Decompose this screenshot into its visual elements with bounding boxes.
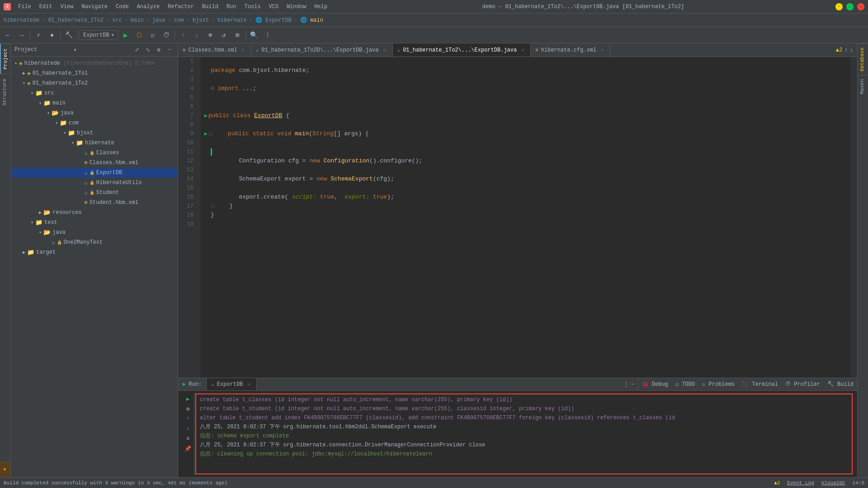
back-button[interactable]: ←	[2, 29, 14, 42]
hide-panel-icon[interactable]: −	[165, 45, 174, 54]
tree-item-target[interactable]: ▶ 📁 target	[11, 247, 178, 257]
visual-gc-link[interactable]: VisualGC	[821, 480, 845, 486]
tree-item-test[interactable]: ▾ 📁 test	[11, 218, 178, 227]
problems-tab[interactable]: ⚠ Problems	[702, 381, 735, 388]
run-gutter-icon[interactable]: ▶	[204, 129, 208, 138]
search-button[interactable]: 🔍	[248, 29, 260, 42]
settings-button[interactable]: ⚙	[184, 404, 193, 413]
left-tab-favorites[interactable]: ★	[0, 462, 10, 477]
more-button[interactable]: ⋮	[261, 29, 274, 42]
tab-close-button[interactable]: ✕	[519, 47, 526, 53]
navigate-button[interactable]: ⚡	[32, 29, 45, 42]
bottom-tab-exportdb[interactable]: ☕ ExportDB ✕	[207, 378, 257, 390]
breadcrumb-item[interactable]: hibernatede	[4, 17, 39, 24]
menu-item-tools[interactable]: Tools	[241, 3, 264, 11]
build-tab[interactable]: 🔨 Build	[827, 381, 854, 388]
tab-close-button[interactable]: ✕	[245, 381, 252, 388]
left-tab-structure[interactable]: Structure	[0, 74, 10, 110]
output-content[interactable]: create table t_classes (id integer not n…	[195, 393, 853, 474]
tree-item-studenthbm[interactable]: ▶ ≡ Student.hbm.xml	[11, 198, 178, 208]
tree-item-bjsxt[interactable]: ▾ 📁 bjsxt	[11, 128, 178, 138]
terminal-tab[interactable]: ⬛ Terminal	[742, 381, 778, 388]
hide-button[interactable]: −	[631, 381, 634, 388]
breadcrumb-item[interactable]: java	[152, 17, 165, 24]
tab-classeshbm[interactable]: ≡ Classes.hbm.xml ✕	[178, 43, 251, 57]
tree-item-one2manytest[interactable]: ▶ ☕ 🔒 One2ManyTest	[11, 237, 178, 247]
tree-item-classes[interactable]: ▶ ☕ 🔒 Classes	[11, 148, 178, 158]
breadcrumb-item[interactable]: src	[112, 17, 122, 24]
scroll-down-button[interactable]: ↓	[184, 424, 193, 433]
profiler-tab[interactable]: ⏱ Profiler	[785, 381, 820, 388]
maximize-button[interactable]: □	[846, 3, 854, 10]
menu-item-code[interactable]: Code	[112, 3, 132, 11]
debug-tab[interactable]: 🐞 Debug	[642, 381, 668, 388]
breadcrumb-item[interactable]: main	[131, 17, 144, 24]
tree-item-root[interactable]: ▾ ◈ hibernatede [hibernatedeOnetoOne] E:…	[11, 58, 178, 68]
close-button[interactable]: ✕	[857, 3, 864, 10]
menu-item-help[interactable]: Help	[311, 3, 331, 11]
wrap-button[interactable]: ≡	[184, 434, 193, 443]
history-button[interactable]: ⊕	[204, 29, 217, 42]
right-tab-maven[interactable]: Maven	[858, 75, 868, 98]
tab-hibernatecfg[interactable]: ≡ hibernate.cfg.xml ✕	[531, 43, 610, 57]
code-lines[interactable]: package com.bjsxt.hibernate; ⊟ import ..…	[201, 57, 851, 378]
debug-button[interactable]: ⬡	[133, 29, 146, 42]
tree-item-hibernate[interactable]: ▾ 📁 hibernate	[11, 138, 178, 148]
patch-button[interactable]: ⊞	[231, 29, 244, 42]
tree-item-classeshbm[interactable]: ▶ ≡ Classes.hbm.xml	[11, 158, 178, 168]
update-button[interactable]: ↓	[190, 29, 203, 42]
expand-all-icon[interactable]: ⤢	[132, 45, 142, 54]
run-button[interactable]: ▶	[119, 29, 132, 42]
tree-item-com[interactable]: ▾ 📁 com	[11, 118, 178, 128]
tree-item-module2[interactable]: ▾ ◈ 01_habernate_1To2	[11, 78, 178, 88]
run-gutter-icon[interactable]: ▶	[204, 111, 208, 120]
menu-item-run[interactable]: Run	[223, 3, 240, 11]
scroll-up-button[interactable]: ↑	[184, 414, 193, 423]
tab-close-button[interactable]: ✕	[382, 47, 388, 53]
event-log-link[interactable]: Event Log	[787, 480, 814, 486]
right-tab-database[interactable]: Database	[858, 43, 868, 75]
profile-button[interactable]: ⏱	[160, 29, 173, 42]
tab-exportdb2[interactable]: ☕ 01_habernate_1To2\...\ExportDB.java ✕	[393, 43, 531, 57]
todo-tab[interactable]: ☑ TODO	[675, 381, 695, 388]
tree-item-student[interactable]: ▶ ☕ 🔒 Student	[11, 188, 178, 198]
tree-item-java-folder[interactable]: ▾ 📂 java	[11, 108, 178, 118]
tree-item-src[interactable]: ▾ 📁 src	[11, 88, 178, 98]
tab-close-button[interactable]: ✕	[599, 47, 605, 53]
breadcrumb-item[interactable]: 01_habernate_1To2	[48, 17, 103, 24]
run-config-dropdown[interactable]: ExportDB ▾	[79, 30, 118, 40]
menu-item-refactor[interactable]: Refactor	[164, 3, 198, 11]
menu-item-vcs[interactable]: VCS	[265, 3, 283, 11]
menu-item-window[interactable]: Window	[283, 3, 310, 11]
menu-item-edit[interactable]: Edit	[36, 3, 56, 11]
tree-item-hibernateutils[interactable]: ▶ ☕ 🔒 HibernateUtils	[11, 178, 178, 188]
menu-item-navigate[interactable]: Navigate	[78, 3, 111, 11]
revert-button[interactable]: ↺	[217, 29, 230, 42]
pin-button[interactable]: 📌	[184, 444, 193, 453]
scroll-down-icon[interactable]: ↓	[850, 47, 854, 54]
settings-icon[interactable]: ⚙	[154, 45, 163, 54]
tree-item-main[interactable]: ▾ 📁 main	[11, 98, 178, 108]
rerun-button[interactable]: ▶	[184, 394, 193, 403]
menu-item-analyze[interactable]: Analyze	[133, 3, 163, 11]
bottom-tab-run-label[interactable]: ▶ Run:	[178, 378, 207, 390]
collapse-all-icon[interactable]: ⤡	[143, 45, 152, 54]
breadcrumb-item[interactable]: hibernate	[217, 17, 247, 24]
menu-item-build[interactable]: Build	[198, 3, 222, 11]
more-button[interactable]: ⋮	[623, 381, 629, 388]
vcs-button[interactable]: ↑	[177, 29, 189, 42]
tab-exportdb1[interactable]: ☕ 01_habernate_1To2D\...\ExportDB.java ✕	[251, 43, 393, 57]
tree-item-module1[interactable]: ▶ ◈ 01_habernate_1To1	[11, 68, 178, 78]
bookmark-button[interactable]: ♦	[46, 29, 58, 42]
tree-item-resources[interactable]: ▶ 📂 resources	[11, 208, 178, 218]
tab-close-button[interactable]: ✕	[240, 47, 246, 53]
breadcrumb-item[interactable]: com	[174, 17, 184, 24]
scroll-up-icon[interactable]: ↑	[844, 47, 848, 54]
menu-item-file[interactable]: File	[14, 3, 35, 11]
forward-button[interactable]: →	[15, 29, 28, 42]
warning-count[interactable]: ▲2	[774, 480, 780, 486]
breadcrumb-item[interactable]: 🌐 main	[300, 17, 323, 24]
breadcrumb-item[interactable]: 🌐 ExportDB	[255, 17, 292, 24]
coverage-button[interactable]: ☑	[146, 29, 159, 42]
left-tab-project[interactable]: Project	[0, 43, 10, 74]
